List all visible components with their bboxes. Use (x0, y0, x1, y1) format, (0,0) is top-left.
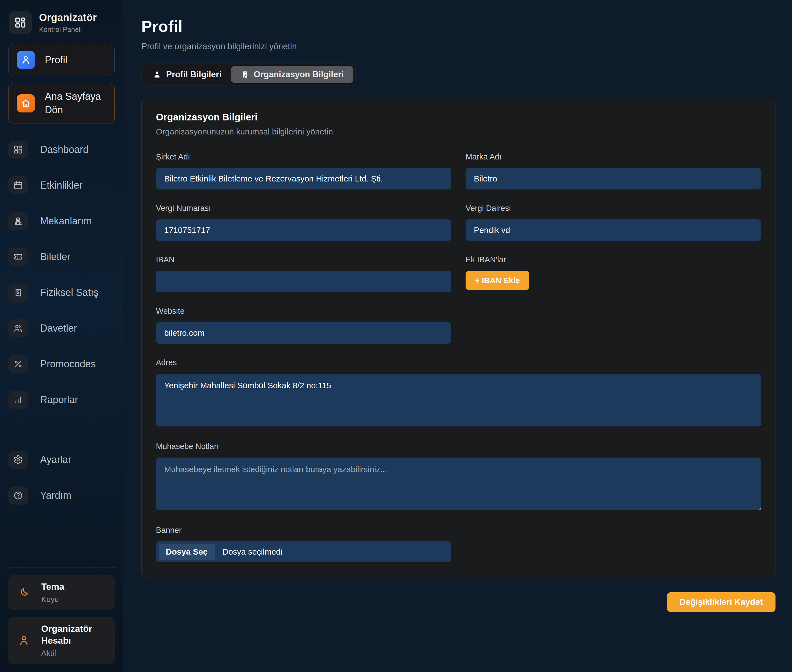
extra-ibans-field: Ek IBAN'lar + IBAN Ekle (466, 255, 761, 292)
sidebar-item-label: Ana Sayfaya Dön (45, 90, 107, 117)
sidebar-item-ana-sayfaya-don[interactable]: Ana Sayfaya Dön (8, 83, 115, 123)
sidebar-item-promocodes[interactable]: Promocodes (8, 355, 115, 373)
address-textarea[interactable]: Yenişehir Mahallesi Sümbül Sokak 8/2 no:… (156, 374, 761, 426)
sidebar: Organizatör Kontrol Paneli Profil (0, 0, 123, 672)
dashboard-grid-icon (8, 141, 28, 158)
tax-number-input[interactable] (156, 219, 451, 241)
theme-toggle[interactable]: Tema Koyu (8, 575, 115, 610)
iban-label: IBAN (156, 255, 451, 264)
company-name-label: Şirket Adı (156, 152, 451, 162)
users-icon (8, 319, 28, 338)
sidebar-item-label: Raporlar (40, 394, 78, 406)
account-status: Aktif (41, 649, 106, 658)
sidebar-item-ayarlar[interactable]: Ayarlar (8, 451, 115, 469)
tab-organizasyon-bilgileri[interactable]: Organizasyon Bilgileri (231, 66, 354, 83)
gear-icon (8, 451, 28, 469)
brand: Organizatör Kontrol Paneli (8, 10, 115, 37)
sidebar-item-label: Yardım (40, 489, 71, 502)
sidebar-item-profil[interactable]: Profil (8, 44, 115, 76)
tax-office-field: Vergi Dairesi (466, 204, 761, 241)
website-label: Website (156, 307, 451, 316)
choose-file-button[interactable]: Dosya Seç (159, 544, 215, 560)
brand-subtitle: Kontrol Paneli (39, 26, 97, 34)
sidebar-nav: Dashboard Etkinlikler (8, 141, 115, 559)
bar-chart-icon (8, 391, 28, 409)
home-icon (17, 94, 35, 112)
brand-name-field: Marka Adı (466, 152, 761, 189)
iban-field: IBAN (156, 255, 451, 292)
sidebar-item-label: Fiziksel Satış (40, 286, 98, 299)
accounting-notes-field: Muhasebe Notları (156, 442, 761, 511)
venue-building-icon (8, 212, 28, 230)
sidebar-item-label: Mekanlarım (40, 215, 92, 228)
extra-ibans-label: Ek IBAN'lar (466, 255, 761, 264)
save-changes-button[interactable]: Değişiklikleri Kaydet (667, 592, 776, 612)
tax-number-field: Vergi Numarası (156, 204, 451, 241)
accounting-notes-textarea[interactable] (156, 458, 761, 510)
brand-name-input[interactable] (466, 168, 761, 189)
sidebar-item-label: Dashboard (40, 143, 88, 156)
profile-tabs: Profil Bilgileri Organizasyon Bilgileri (141, 64, 355, 85)
main-content: Profil Profil ve organizasyon bilgilerin… (123, 0, 792, 672)
company-name-input[interactable] (156, 168, 451, 189)
sidebar-item-etkinlikler[interactable]: Etkinlikler (8, 176, 115, 194)
person-filled-icon (153, 70, 161, 78)
tab-profil-bilgileri[interactable]: Profil Bilgileri (144, 66, 231, 83)
receipt-dollar-icon (8, 283, 28, 302)
accounting-notes-label: Muhasebe Notları (156, 442, 761, 451)
sidebar-item-label: Biletler (40, 251, 70, 263)
iban-input[interactable] (156, 271, 451, 292)
tab-label: Organizasyon Bilgileri (254, 70, 344, 80)
theme-title: Tema (41, 581, 64, 593)
spacer-cell (466, 307, 761, 344)
sidebar-item-davetler[interactable]: Davetler (8, 319, 115, 338)
page-subtitle: Profil ve organizasyon bilgilerinizi yön… (141, 42, 776, 51)
organization-form: Şirket Adı Marka Adı Vergi Numarası Verg… (156, 152, 761, 562)
banner-field: Banner Dosya Seç Dosya seçilmedi (156, 526, 451, 562)
tax-office-label: Vergi Dairesi (466, 204, 761, 213)
sidebar-item-fiziksel-satis[interactable]: Fiziksel Satış (8, 283, 115, 302)
ticket-icon (8, 248, 28, 266)
banner-file-input[interactable]: Dosya Seç Dosya seçilmedi (156, 541, 451, 562)
tax-office-input[interactable] (466, 219, 761, 241)
add-iban-button[interactable]: + IBAN Ekle (466, 271, 530, 290)
address-label: Adres (156, 358, 761, 367)
sidebar-item-label: Davetler (40, 322, 77, 335)
sidebar-item-dashboard[interactable]: Dashboard (8, 141, 115, 158)
account-card[interactable]: Organizatör Hesabı Aktif (8, 617, 115, 664)
brand-name-label: Marka Adı (466, 152, 761, 162)
theme-value: Koyu (41, 595, 64, 604)
address-field: Adres Yenişehir Mahallesi Sümbül Sokak 8… (156, 358, 761, 427)
calendar-icon (8, 176, 28, 194)
tab-label: Profil Bilgileri (166, 70, 222, 80)
sidebar-item-label: Promocodes (40, 358, 96, 371)
sidebar-item-raporlar[interactable]: Raporlar (8, 391, 115, 409)
sidebar-item-yardim[interactable]: Yardım (8, 486, 115, 504)
sidebar-item-mekanlarim[interactable]: Mekanlarım (8, 212, 115, 230)
company-name-field: Şirket Adı (156, 152, 451, 189)
percent-icon (8, 355, 28, 373)
account-user-icon (18, 634, 30, 646)
user-icon (17, 51, 35, 69)
save-row: Değişiklikleri Kaydet (141, 592, 776, 612)
website-field: Website (156, 307, 451, 344)
tax-number-label: Vergi Numarası (156, 204, 451, 213)
organizer-dashboard-page: Organizatör Kontrol Paneli Profil (0, 0, 792, 672)
brand-title: Organizatör (39, 12, 97, 23)
account-title: Organizatör Hesabı (41, 623, 106, 647)
banner-label: Banner (156, 526, 451, 535)
building-filled-icon (241, 70, 249, 78)
file-status-text: Dosya seçilmedi (222, 547, 282, 557)
sidebar-item-label: Ayarlar (40, 453, 71, 466)
help-circle-icon (8, 486, 28, 504)
app-logo-grid-icon (9, 11, 32, 34)
website-input[interactable] (156, 322, 451, 344)
sidebar-item-label: Profil (45, 53, 67, 67)
moon-icon (18, 587, 30, 598)
sidebar-item-label: Etkinlikler (40, 179, 83, 192)
card-title: Organizasyon Bilgileri (156, 112, 761, 123)
organization-info-card: Organizasyon Bilgileri Organizasyonunuzu… (141, 98, 776, 578)
card-subtitle: Organizasyonunuzun kurumsal bilgilerini … (156, 127, 761, 136)
page-title: Profil (141, 17, 776, 35)
sidebar-item-biletler[interactable]: Biletler (8, 248, 115, 266)
